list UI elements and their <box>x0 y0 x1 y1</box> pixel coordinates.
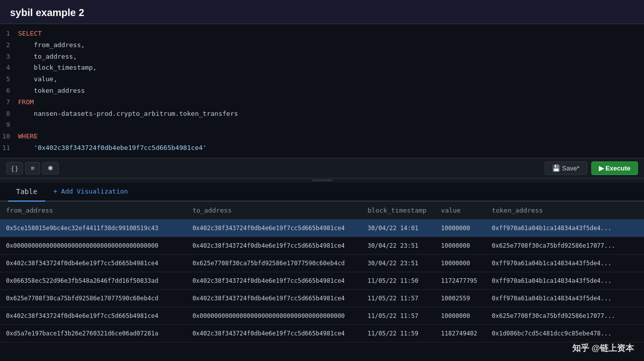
results-area: Table + Add Visualization from_address t… <box>0 183 644 361</box>
cell-block_timestamp: 30/04/22 14:01 <box>361 219 435 237</box>
results-table: from_address to_address block_timestamp … <box>0 202 644 342</box>
table-row: 0x066358ec522d96e3fb548a2646f7dd16f50833… <box>0 272 644 289</box>
cell-to_address: 0x402c38f343724f0db4e6e19f7cc5d665b4981c… <box>186 237 361 254</box>
line-content: WHERE <box>18 131 38 142</box>
table-header: from_address to_address block_timestamp … <box>0 202 644 220</box>
line-number: 7 <box>0 97 18 108</box>
line-content: block_timestamp, <box>18 63 97 73</box>
cell-value: 10000000 <box>435 307 486 324</box>
cell-value: 10002559 <box>435 289 486 307</box>
code-line: 1SELECT <box>0 28 644 40</box>
line-number: 5 <box>0 74 18 85</box>
table-row: 0x625e7708f30ca75bfd92586e17077590c60eb4… <box>0 289 644 307</box>
code-line: 8 nansen-datasets-prod.crypto_arbitrum.t… <box>0 108 644 120</box>
code-line: 4 block_timestamp, <box>0 62 644 74</box>
cell-from_address: 0x00000000000000000000000000000000000000… <box>0 237 186 254</box>
table-row: 0xd5a7e197bace1f3b26e2760321d6ce06ad0728… <box>0 324 644 342</box>
cell-token_address: 0xff970a61a04b1ca14834a43f5de4... <box>486 254 644 272</box>
cell-block_timestamp: 30/04/22 23:51 <box>361 237 435 254</box>
line-number: 6 <box>0 86 18 96</box>
cell-token_address: 0xff970a61a04b1ca14834a43f5de4... <box>486 289 644 307</box>
col-header-from: from_address <box>0 202 186 220</box>
table-container[interactable]: from_address to_address block_timestamp … <box>0 202 644 361</box>
cell-to_address: 0x00000000000000000000000000000000000000… <box>186 307 361 324</box>
line-number: 3 <box>0 52 18 62</box>
editor-area[interactable]: 1SELECT2 from_address,3 to_address,4 blo… <box>0 24 644 158</box>
code-editor[interactable]: 1SELECT2 from_address,3 to_address,4 blo… <box>0 24 644 158</box>
line-content: token_address <box>18 86 85 96</box>
cell-to_address: 0x402c38f343724f0db4e6e19f7cc5d665b4981c… <box>186 219 361 237</box>
toolbar-left: { } ≡ ✱ <box>6 162 59 174</box>
format-other-button[interactable]: ✱ <box>42 162 59 174</box>
cell-value: 10000000 <box>435 219 486 237</box>
code-line: 5 value, <box>0 74 644 85</box>
cell-token_address: 0xff970a61a04b1ca14834a43f5de4... <box>486 272 644 289</box>
table-body: 0x5ce158015e9bc4ec32ef4411f38dc99108519c… <box>0 219 644 342</box>
code-line: 10WHERE <box>0 131 644 142</box>
cell-value: 10000000 <box>435 237 486 254</box>
cell-to_address: 0x402c38f343724f0db4e6e19f7cc5d665b4981c… <box>186 272 361 289</box>
cell-to_address: 0x402c38f343724f0db4e6e19f7cc5d665b4981c… <box>186 289 361 307</box>
col-header-token: token_address <box>486 202 644 220</box>
line-content: SELECT <box>18 29 42 39</box>
format-json-button[interactable]: { } <box>6 162 23 174</box>
table-row: 0x402c38f343724f0db4e6e19f7cc5d665b4981c… <box>0 307 644 324</box>
header: sybil example 2 <box>0 0 644 24</box>
cell-block_timestamp: 11/05/22 11:57 <box>361 289 435 307</box>
execute-button[interactable]: ▶ Execute <box>591 161 638 175</box>
add-visualization-button[interactable]: + Add Visualization <box>45 184 136 199</box>
cell-value: 1172477795 <box>435 272 486 289</box>
line-content: from_address, <box>18 40 85 51</box>
cell-token_address: 0xff970a61a04b1ca14834a43f5de4... <box>486 219 644 237</box>
col-header-val: value <box>435 202 486 220</box>
cell-token_address: 0x625e7708f30ca75bfd92586e17077... <box>486 237 644 254</box>
cell-from_address: 0x066358ec522d96e3fb548a2646f7dd16f50833… <box>0 272 186 289</box>
line-content: '0x402c38f343724f0db4ebe19f7cc5d665b4981… <box>18 143 207 153</box>
cell-to_address: 0x625e7708f30ca75bfd92586e17077590c60eb4… <box>186 254 361 272</box>
line-content: nansen-datasets-prod.crypto_arbitrum.tok… <box>18 109 238 119</box>
cell-token_address: 0x1d086bc7cd5c481dcc9c85ebe478... <box>486 324 644 342</box>
line-number: 2 <box>0 40 18 51</box>
table-row: 0x402c38f343724f0db4e6e19f7cc5d665b4981c… <box>0 254 644 272</box>
col-header-to: to_address <box>186 202 361 220</box>
resize-handle[interactable] <box>0 178 644 183</box>
line-content: value, <box>18 74 57 85</box>
cell-token_address: 0x625e7708f30ca75bfd92586e17077... <box>486 307 644 324</box>
cell-from_address: 0x402c38f343724f0db4e6e19f7cc5d665b4981c… <box>0 307 186 324</box>
line-number: 8 <box>0 109 18 119</box>
tab-table[interactable]: Table <box>8 183 45 202</box>
code-line: 2 from_address, <box>0 40 644 51</box>
save-button[interactable]: 💾 Save* <box>545 161 587 175</box>
cell-from_address: 0x402c38f343724f0db4e6e19f7cc5d665b4981c… <box>0 254 186 272</box>
line-number: 11 <box>0 143 18 153</box>
code-line: 3 to_address, <box>0 51 644 63</box>
cell-value: 10000000 <box>435 254 486 272</box>
format-table-button[interactable]: ≡ <box>25 162 40 174</box>
line-content: FROM <box>18 97 34 108</box>
code-line: 9 <box>0 119 644 131</box>
code-line: 7FROM <box>0 97 644 108</box>
line-number: 10 <box>0 131 18 142</box>
line-number: 9 <box>0 120 18 130</box>
code-line: 6 token_address <box>0 85 644 97</box>
toolbar: { } ≡ ✱ 💾 Save* ▶ Execute <box>0 158 644 178</box>
line-content: to_address, <box>18 52 77 62</box>
cell-block_timestamp: 11/05/22 11:57 <box>361 307 435 324</box>
cell-value: 1182749402 <box>435 324 486 342</box>
toolbar-right: 💾 Save* ▶ Execute <box>545 161 638 175</box>
cell-block_timestamp: 30/04/22 23:51 <box>361 254 435 272</box>
line-number: 4 <box>0 63 18 73</box>
cell-block_timestamp: 11/05/22 11:59 <box>361 324 435 342</box>
cell-from_address: 0xd5a7e197bace1f3b26e2760321d6ce06ad0728… <box>0 324 186 342</box>
table-row: 0x00000000000000000000000000000000000000… <box>0 237 644 254</box>
cell-from_address: 0x625e7708f30ca75bfd92586e17077590c60eb4… <box>0 289 186 307</box>
cell-block_timestamp: 11/05/22 11:50 <box>361 272 435 289</box>
col-header-ts: block_timestamp <box>361 202 435 220</box>
cell-from_address: 0x5ce158015e9bc4ec32ef4411f38dc99108519c… <box>0 219 186 237</box>
code-line: 11 '0x402c38f343724f0db4ebe19f7cc5d665b4… <box>0 142 644 154</box>
cell-to_address: 0x402c38f343724f0db4e6e19f7cc5d665b4981c… <box>186 324 361 342</box>
line-number: 1 <box>0 29 18 39</box>
results-tabs: Table + Add Visualization <box>0 183 644 202</box>
table-row: 0x5ce158015e9bc4ec32ef4411f38dc99108519c… <box>0 219 644 237</box>
page-title: sybil example 2 <box>10 7 634 19</box>
